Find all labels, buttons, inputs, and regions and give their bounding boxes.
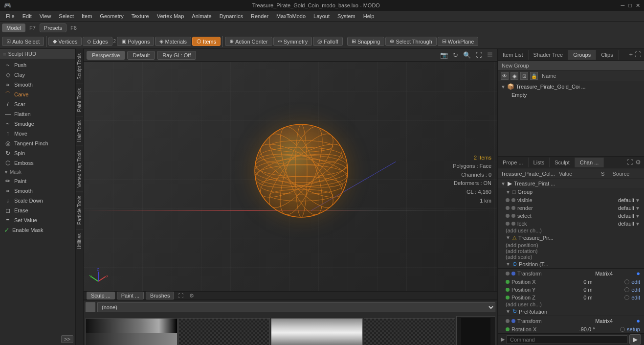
default-tab[interactable]: Default bbox=[127, 51, 155, 60]
props-tab-properties[interactable]: Prope ... bbox=[498, 158, 529, 167]
action-center-button[interactable]: ⊕ Action Center bbox=[225, 37, 272, 46]
prop-dot-transform-pos-2[interactable] bbox=[511, 272, 515, 276]
prop-dot-render-2[interactable] bbox=[511, 206, 515, 210]
groups-render-icon[interactable]: ◉ bbox=[511, 72, 518, 80]
texture-preview-3[interactable] bbox=[271, 318, 363, 345]
texture-preview-1[interactable] bbox=[86, 318, 178, 345]
tool-item-move[interactable]: ↑ Move bbox=[0, 129, 75, 138]
menu-item-edit[interactable]: Edit bbox=[19, 12, 36, 20]
vertices-button[interactable]: ◆ Vertices bbox=[48, 37, 82, 46]
bottom-tab-paint[interactable]: Paint ... bbox=[117, 292, 144, 299]
tool-item-push[interactable]: ~ Push bbox=[0, 60, 75, 70]
polygons-button[interactable]: ▣ Polygons bbox=[117, 37, 154, 46]
ray-gl-tab[interactable]: Ray GL: Off bbox=[157, 51, 196, 60]
prop-subgroup-prerotation[interactable]: ▼ ↻ PreRotation bbox=[498, 307, 644, 316]
tool-item-erase[interactable]: ◻ Erase bbox=[0, 206, 75, 215]
vert-tab-vertex-map[interactable]: Vertex Map Tools bbox=[76, 146, 83, 192]
tool-item-scar[interactable]: / Scar bbox=[0, 99, 75, 109]
prop-radio-pos-y[interactable] bbox=[624, 287, 629, 292]
menu-item-system[interactable]: System bbox=[333, 12, 359, 20]
symmetry-button[interactable]: ⇔ Symmetry bbox=[273, 37, 312, 46]
groups-select-icon[interactable]: ⊡ bbox=[520, 72, 528, 80]
prop-matrix-circle-rot[interactable]: ● bbox=[636, 317, 640, 324]
props-tab-sculpt[interactable]: Sculpt bbox=[550, 158, 575, 167]
menu-item-select[interactable]: Select bbox=[55, 12, 78, 20]
bottom-settings-button[interactable]: ⚙ bbox=[187, 292, 196, 299]
prop-dot-select[interactable] bbox=[506, 214, 510, 218]
viewport-search-button[interactable]: 🔍 bbox=[462, 51, 472, 59]
prop-edit-pos-x[interactable]: edit bbox=[631, 279, 640, 285]
vert-tab-sculpt-tools[interactable]: Sculpt Tools bbox=[76, 49, 83, 84]
groups-vis-icon[interactable]: 👁 bbox=[501, 72, 509, 80]
prop-select-select[interactable]: default ▼ bbox=[618, 213, 640, 219]
tool-item-carve[interactable]: ⌒ Carve bbox=[0, 90, 75, 99]
texture-preview-2[interactable] bbox=[178, 318, 270, 345]
auto-select-button[interactable]: ⊡ Auto Select bbox=[2, 37, 44, 46]
prop-dot-select-2[interactable] bbox=[511, 214, 515, 218]
tool-item-clay[interactable]: ◇ Clay bbox=[0, 70, 75, 80]
prop-dot-visible-2[interactable] bbox=[511, 198, 515, 202]
snapping-button[interactable]: ⊞ Snapping bbox=[347, 37, 385, 46]
viewport-refresh-button[interactable]: ↻ bbox=[451, 51, 460, 59]
menu-item-maxtomodo[interactable]: MaxToModo bbox=[272, 12, 310, 20]
prop-edit-pos-y[interactable]: edit bbox=[631, 287, 640, 293]
right-tab-clips[interactable]: Clips bbox=[596, 50, 618, 60]
prop-subgroup-position[interactable]: ▼ ⊙ Position (T... bbox=[498, 260, 644, 269]
tool-item-set-value[interactable]: = Set Value bbox=[0, 215, 75, 225]
bottom-expand-button[interactable]: ⛶ bbox=[176, 292, 185, 299]
prop-add-scale[interactable]: (add scale) bbox=[498, 254, 644, 260]
edges-button[interactable]: ◇ Edges bbox=[83, 37, 112, 46]
model-mode-button[interactable]: Model bbox=[2, 23, 25, 32]
menu-item-dynamics[interactable]: Dynamics bbox=[216, 12, 247, 20]
command-expand-icon[interactable]: ▶ bbox=[501, 336, 505, 343]
f6-key[interactable]: F6 bbox=[68, 25, 79, 31]
prop-radio-pos-x[interactable] bbox=[624, 279, 629, 284]
prop-radio-pos-z[interactable] bbox=[624, 295, 629, 300]
menu-item-texture[interactable]: Texture bbox=[128, 12, 153, 20]
menu-item-render[interactable]: Render bbox=[247, 12, 272, 20]
prop-radio-rot-x[interactable] bbox=[620, 327, 625, 332]
prop-select-visible[interactable]: default ▼ bbox=[618, 197, 640, 203]
prop-dot-lock[interactable] bbox=[506, 222, 510, 226]
menu-item-help[interactable]: Help bbox=[359, 12, 378, 20]
vert-tab-particle-tools[interactable]: Particle Tools bbox=[76, 191, 83, 229]
tree-item-empty[interactable]: Empty bbox=[498, 91, 644, 99]
texture-preview-4[interactable] bbox=[364, 318, 456, 345]
prop-edit-pos-z[interactable]: edit bbox=[631, 295, 640, 300]
props-tab-lists[interactable]: Lists bbox=[529, 158, 550, 167]
prop-dot-pos-z-1[interactable] bbox=[506, 296, 510, 299]
tool-item-scale-down[interactable]: ↓ Scale Down bbox=[0, 196, 75, 206]
prop-dot-transform-rot-2[interactable] bbox=[511, 319, 515, 323]
groups-lock-icon[interactable]: 🔒 bbox=[530, 72, 538, 80]
material-select[interactable]: (none) bbox=[97, 302, 495, 312]
f7-key[interactable]: F7 bbox=[27, 25, 38, 31]
right-top-expand-button[interactable]: ⛶ bbox=[635, 51, 641, 58]
expand-panel-button[interactable]: >> bbox=[61, 335, 73, 343]
viewport-menu-button[interactable]: ☰ bbox=[486, 51, 494, 59]
prop-matrix-circle[interactable]: ● bbox=[636, 270, 640, 277]
perspective-tab[interactable]: Perspective bbox=[87, 51, 125, 60]
command-input[interactable] bbox=[507, 335, 627, 344]
tree-item-mesh[interactable]: ▼ 📦 Treasure_Pirate_Gold_Coi ... bbox=[498, 82, 644, 91]
prop-select-render[interactable]: default ▼ bbox=[618, 205, 640, 211]
prop-add-user-ch-1[interactable]: (add user ch...) bbox=[498, 228, 644, 233]
right-tab-item-list[interactable]: Item List bbox=[498, 50, 529, 60]
tool-item-smooth[interactable]: ≈ Smooth bbox=[0, 80, 75, 90]
prop-setup-rot-x[interactable]: setup bbox=[627, 326, 640, 332]
tool-item-tangent-pinch[interactable]: ◎ Tangent Pinch bbox=[0, 138, 75, 148]
prop-dot-pos-y-1[interactable] bbox=[506, 288, 510, 292]
viewport-canvas[interactable]: 2 Items Polygons : Face Channels : 0 Def… bbox=[84, 62, 497, 291]
prop-dot-rot-x-1[interactable] bbox=[506, 327, 510, 331]
prop-dot-pos-x-1[interactable] bbox=[506, 280, 510, 284]
menu-item-animate[interactable]: Animate bbox=[188, 12, 215, 20]
minimize-button[interactable]: ─ bbox=[621, 2, 625, 9]
tool-item-smudge[interactable]: ~ Smudge bbox=[0, 119, 75, 129]
menu-item-view[interactable]: View bbox=[36, 12, 55, 20]
tool-item-flatten[interactable]: — Flatten bbox=[0, 109, 75, 119]
prop-select-lock[interactable]: default ▼ bbox=[618, 221, 640, 227]
select-through-button[interactable]: ⊗ Select Through bbox=[385, 37, 436, 46]
menu-item-layout[interactable]: Layout bbox=[310, 12, 333, 20]
menu-item-item[interactable]: Item bbox=[78, 12, 96, 20]
new-group-bar[interactable]: New Group bbox=[498, 61, 644, 71]
workplane-button[interactable]: ⊟ WorkPlane bbox=[438, 37, 479, 46]
